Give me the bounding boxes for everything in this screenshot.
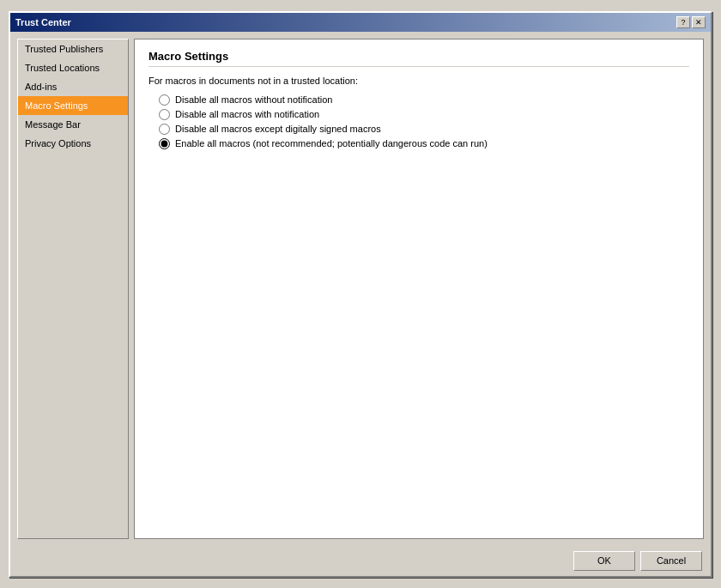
ok-button[interactable]: OK <box>573 551 635 571</box>
sidebar-item-macro-settings[interactable]: Macro Settings <box>18 96 128 115</box>
radio-disable-notify[interactable] <box>159 109 170 120</box>
sidebar-item-trusted-publishers[interactable]: Trusted Publishers <box>18 39 128 58</box>
radio-enable-all[interactable] <box>159 138 170 149</box>
dialog-footer: OK Cancel <box>10 546 711 576</box>
dialog-title: Trust Center <box>15 17 71 27</box>
radio-label-disable-except-signed: Disable all macros except digitally sign… <box>175 124 381 134</box>
radio-label-disable-notify: Disable all macros with notification <box>175 109 319 119</box>
radio-item-disable-notify[interactable]: Disable all macros with notification <box>159 109 689 120</box>
panel-title: Macro Settings <box>148 50 689 67</box>
cancel-button[interactable]: Cancel <box>640 551 702 571</box>
main-panel: Macro Settings For macros in documents n… <box>134 39 704 539</box>
macro-description: For macros in documents not in a trusted… <box>148 76 689 86</box>
close-button[interactable]: ✕ <box>692 16 706 28</box>
macro-radio-group: Disable all macros without notificationD… <box>148 94 689 149</box>
radio-disable-no-notify[interactable] <box>159 94 170 106</box>
trust-center-dialog: Trust Center ? ✕ Trusted PublishersTrust… <box>9 11 712 578</box>
help-button[interactable]: ? <box>676 16 690 28</box>
radio-item-enable-all[interactable]: Enable all macros (not recommended; pote… <box>159 138 689 149</box>
title-bar-buttons: ? ✕ <box>676 16 706 28</box>
radio-item-disable-no-notify[interactable]: Disable all macros without notification <box>159 94 689 106</box>
sidebar: Trusted PublishersTrusted LocationsAdd-i… <box>17 39 129 539</box>
sidebar-item-add-ins[interactable]: Add-ins <box>18 77 128 96</box>
radio-item-disable-except-signed[interactable]: Disable all macros except digitally sign… <box>159 124 689 135</box>
sidebar-item-privacy-options[interactable]: Privacy Options <box>18 134 128 153</box>
radio-label-enable-all: Enable all macros (not recommended; pote… <box>175 138 488 149</box>
sidebar-item-trusted-locations[interactable]: Trusted Locations <box>18 58 128 77</box>
dialog-content: Trusted PublishersTrusted LocationsAdd-i… <box>10 32 711 546</box>
title-bar: Trust Center ? ✕ <box>10 13 711 32</box>
radio-label-disable-no-notify: Disable all macros without notification <box>175 94 332 105</box>
radio-disable-except-signed[interactable] <box>159 124 170 135</box>
sidebar-item-message-bar[interactable]: Message Bar <box>18 115 128 134</box>
